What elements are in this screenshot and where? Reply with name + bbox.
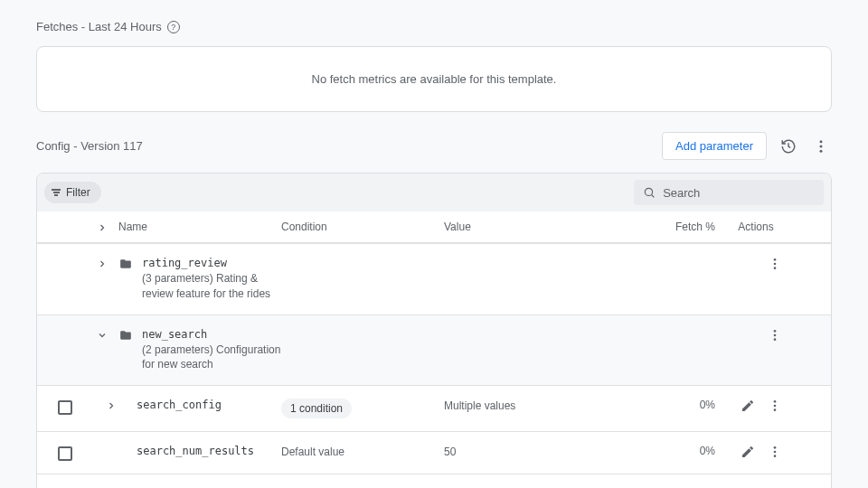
col-value: Value bbox=[444, 221, 661, 233]
table-row[interactable]: search_config 1 condition Multiple value… bbox=[37, 385, 831, 431]
svg-point-9 bbox=[774, 333, 777, 336]
edit-icon[interactable] bbox=[741, 445, 755, 459]
filter-icon bbox=[52, 189, 61, 196]
svg-point-15 bbox=[774, 451, 777, 454]
more-icon[interactable] bbox=[810, 136, 832, 157]
fetches-title: Fetches - Last 24 Hours bbox=[36, 20, 162, 33]
row-more-icon[interactable] bbox=[768, 399, 782, 413]
svg-point-10 bbox=[774, 338, 777, 341]
filter-button[interactable]: Filter bbox=[44, 182, 101, 203]
folder-icon bbox=[118, 329, 133, 342]
row-desc: (2 parameters) Configuration for new sea… bbox=[142, 343, 281, 373]
row-condition: Default value bbox=[281, 446, 344, 458]
add-parameter-button[interactable]: Add parameter bbox=[662, 132, 767, 160]
row-name: search_config bbox=[137, 399, 222, 411]
col-actions: Actions bbox=[724, 221, 788, 233]
folder-icon bbox=[118, 258, 133, 270]
col-fetch: Fetch % bbox=[661, 221, 724, 233]
search-icon bbox=[643, 185, 656, 200]
svg-point-2 bbox=[820, 149, 823, 152]
fetches-empty-card: No fetch metrics are available for this … bbox=[36, 46, 832, 112]
config-title: Config - Version 117 bbox=[36, 139, 143, 153]
row-more-icon[interactable] bbox=[768, 328, 782, 343]
row-fetch: 0% bbox=[661, 399, 724, 411]
search-input[interactable] bbox=[663, 186, 815, 200]
chevron-right-icon[interactable] bbox=[97, 258, 108, 269]
col-name: Name bbox=[118, 221, 281, 233]
chevron-right-icon[interactable] bbox=[97, 222, 108, 233]
svg-point-13 bbox=[774, 409, 777, 412]
row-value: 50 bbox=[444, 446, 456, 458]
table-header: Name Condition Value Fetch % Actions bbox=[37, 211, 831, 243]
row-fetch: 0% bbox=[661, 445, 724, 457]
fetches-empty-text: No fetch metrics are available for this … bbox=[312, 72, 557, 86]
row-name: search_num_results bbox=[137, 445, 254, 457]
row-name: new_search bbox=[142, 328, 281, 341]
svg-point-5 bbox=[774, 258, 777, 261]
table-row[interactable]: search_num_results Default value 50 0% bbox=[37, 431, 831, 474]
svg-point-1 bbox=[820, 145, 823, 147]
condition-chip: 1 condition bbox=[281, 399, 352, 418]
help-icon[interactable]: ? bbox=[167, 21, 180, 33]
config-table: Filter Name Condition Value Fetch % Acti… bbox=[36, 173, 832, 488]
history-icon[interactable] bbox=[778, 136, 799, 157]
svg-point-6 bbox=[774, 263, 777, 266]
row-checkbox[interactable] bbox=[58, 400, 72, 415]
table-row[interactable]: new_search (2 parameters) Configuration … bbox=[37, 314, 831, 386]
table-row[interactable]: rating_review (3 parameters) Rating & re… bbox=[37, 243, 831, 314]
svg-point-11 bbox=[774, 400, 777, 403]
row-more-icon[interactable] bbox=[768, 257, 782, 271]
table-row[interactable]: zombie (3 parameters) All params related… bbox=[37, 474, 831, 488]
fetches-header: Fetches - Last 24 Hours ? bbox=[36, 20, 832, 33]
row-more-icon[interactable] bbox=[768, 445, 782, 459]
col-condition: Condition bbox=[281, 221, 444, 233]
row-name: rating_review bbox=[142, 257, 281, 269]
chevron-down-icon[interactable] bbox=[97, 330, 108, 341]
svg-point-14 bbox=[774, 446, 777, 449]
svg-point-16 bbox=[774, 455, 777, 458]
svg-point-12 bbox=[774, 405, 777, 408]
svg-point-3 bbox=[645, 188, 652, 195]
row-checkbox[interactable] bbox=[58, 446, 72, 461]
svg-line-4 bbox=[652, 195, 655, 198]
edit-icon[interactable] bbox=[741, 399, 755, 413]
svg-point-8 bbox=[774, 330, 777, 333]
row-value: Multiple values bbox=[444, 399, 515, 412]
svg-point-7 bbox=[774, 267, 777, 269]
row-desc: (3 parameters) Rating & review feature f… bbox=[142, 271, 281, 302]
search-box[interactable] bbox=[634, 180, 824, 205]
filter-label: Filter bbox=[66, 186, 90, 199]
svg-point-0 bbox=[820, 140, 823, 143]
chevron-right-icon[interactable] bbox=[106, 400, 117, 411]
